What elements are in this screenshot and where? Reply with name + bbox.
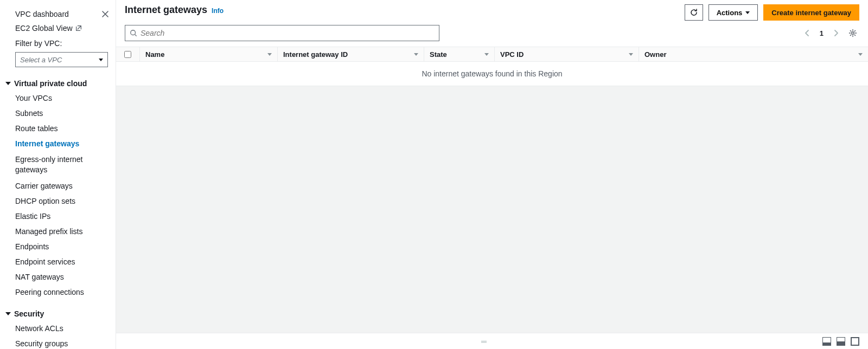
panel-size-small-button[interactable] — [822, 337, 831, 346]
column-state[interactable]: State — [424, 47, 495, 61]
column-select-all[interactable] — [116, 47, 140, 61]
column-internet-gateway-id[interactable]: Internet gateway ID — [278, 47, 424, 61]
page-prev-button[interactable] — [802, 27, 812, 39]
pagination: 1 — [802, 27, 859, 40]
sort-caret-icon[interactable] — [484, 53, 489, 56]
sort-caret-icon[interactable] — [267, 53, 272, 56]
create-internet-gateway-button[interactable]: Create internet gateway — [763, 4, 859, 21]
search-input[interactable] — [141, 29, 435, 37]
search-icon — [130, 29, 137, 37]
nav-vpc-dashboard[interactable]: VPC dashboard — [15, 10, 69, 18]
search-pager-row: 1 — [116, 25, 868, 47]
nav-security-groups[interactable]: Security groups — [0, 336, 116, 349]
sort-caret-icon[interactable] — [414, 53, 418, 56]
empty-space — [116, 86, 868, 333]
nav-endpoints[interactable]: Endpoints — [0, 239, 116, 254]
gear-icon — [848, 29, 857, 37]
caret-down-icon — [5, 312, 11, 315]
nav-subnets[interactable]: Subnets — [0, 106, 116, 121]
nav-elastic-ips[interactable]: Elastic IPs — [0, 209, 116, 224]
table: Name Internet gateway ID State VPC ID Ow… — [116, 47, 868, 86]
column-label: VPC ID — [500, 50, 524, 59]
external-link-icon — [75, 24, 82, 32]
column-label: Internet gateway ID — [283, 50, 348, 59]
panel-size-half-button[interactable] — [837, 337, 845, 346]
column-label: Owner — [644, 50, 666, 59]
vpc-nav-list: Your VPCs Subnets Route tables Internet … — [0, 91, 116, 300]
nav-managed-prefix-lists[interactable]: Managed prefix lists — [0, 224, 116, 239]
search-box[interactable] — [125, 25, 439, 41]
nav-endpoint-services[interactable]: Endpoint services — [0, 254, 116, 269]
section-security[interactable]: Security — [0, 300, 116, 321]
section-title: Virtual private cloud — [14, 79, 87, 88]
close-icon[interactable] — [101, 10, 109, 18]
vpc-select[interactable]: Select a VPC — [15, 52, 108, 67]
panel-drag-handle[interactable]: ═ — [146, 337, 822, 346]
filter-by-vpc-label: Filter by VPC: — [0, 36, 116, 50]
vpc-select-placeholder: Select a VPC — [20, 56, 62, 64]
nav-ec2-global-view[interactable]: EC2 Global View — [15, 24, 73, 33]
section-virtual-private-cloud[interactable]: Virtual private cloud — [0, 69, 116, 91]
section-title: Security — [14, 309, 44, 318]
actions-button[interactable]: Actions — [709, 4, 758, 21]
nav-dhcp-option-sets[interactable]: DHCP option sets — [0, 193, 116, 209]
main-content: Internet gateways Info Actions Create in… — [116, 0, 868, 349]
sidebar: VPC dashboard EC2 Global View Filter by … — [0, 0, 116, 349]
nav-network-acls[interactable]: Network ACLs — [0, 321, 116, 336]
refresh-icon — [690, 8, 698, 17]
nav-peering-connections[interactable]: Peering connections — [0, 285, 116, 300]
sort-caret-icon[interactable] — [858, 53, 863, 56]
column-label: State — [430, 50, 447, 59]
page-number: 1 — [818, 29, 826, 37]
sort-caret-icon[interactable] — [629, 53, 633, 56]
nav-carrier-gateways[interactable]: Carrier gateways — [0, 178, 116, 193]
nav-egress-only-internet-gateways[interactable]: Egress-only internet gateways — [0, 151, 116, 178]
panel-size-full-button[interactable] — [851, 337, 859, 346]
actions-button-label: Actions — [717, 9, 743, 17]
nav-internet-gateways[interactable]: Internet gateways — [0, 136, 116, 151]
chevron-down-icon — [99, 59, 103, 61]
info-link[interactable]: Info — [212, 7, 224, 15]
column-vpc-id[interactable]: VPC ID — [495, 47, 639, 61]
svg-point-1 — [852, 32, 854, 34]
nav-nat-gateways[interactable]: NAT gateways — [0, 269, 116, 285]
settings-button[interactable] — [846, 27, 859, 40]
column-name[interactable]: Name — [140, 47, 278, 61]
header-bar: Internet gateways Info Actions Create in… — [116, 0, 868, 25]
caret-down-icon — [5, 82, 11, 85]
nav-your-vpcs[interactable]: Your VPCs — [0, 91, 116, 106]
select-all-checkbox[interactable] — [124, 51, 131, 58]
table-header-row: Name Internet gateway ID State VPC ID Ow… — [116, 47, 868, 62]
page-next-button[interactable] — [831, 27, 841, 39]
chevron-down-icon — [745, 11, 750, 14]
column-label: Name — [145, 50, 164, 59]
nav-route-tables[interactable]: Route tables — [0, 121, 116, 136]
column-owner[interactable]: Owner — [639, 47, 868, 61]
security-nav-list: Network ACLs Security groups — [0, 321, 116, 349]
details-panel-bar: ═ — [116, 333, 868, 349]
table-empty-message: No internet gateways found in this Regio… — [116, 62, 868, 86]
page-title: Internet gateways — [125, 4, 207, 16]
refresh-button[interactable] — [685, 4, 703, 21]
